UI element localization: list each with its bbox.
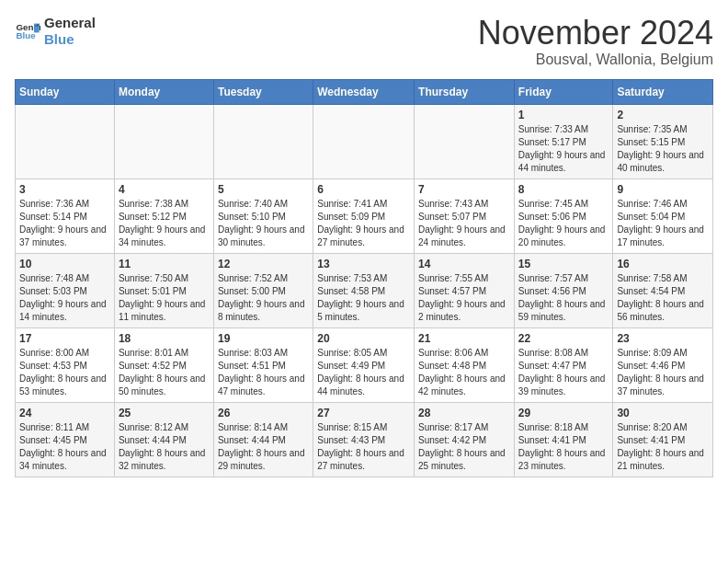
day-info: Sunrise: 7:33 AM Sunset: 5:17 PM Dayligh… xyxy=(518,123,609,175)
day-cell xyxy=(213,104,313,178)
day-number: 26 xyxy=(218,407,309,419)
day-number: 7 xyxy=(418,183,510,196)
location-title: Bousval, Wallonia, Belgium xyxy=(478,52,713,68)
header-wednesday: Wednesday xyxy=(313,79,415,104)
day-cell: 12Sunrise: 7:52 AM Sunset: 5:00 PM Dayli… xyxy=(213,253,313,327)
day-cell: 1Sunrise: 7:33 AM Sunset: 5:17 PM Daylig… xyxy=(514,104,613,178)
header-monday: Monday xyxy=(114,79,213,104)
day-info: Sunrise: 8:08 AM Sunset: 4:47 PM Dayligh… xyxy=(518,347,609,398)
day-info: Sunrise: 7:53 AM Sunset: 4:58 PM Dayligh… xyxy=(317,272,410,324)
day-number: 1 xyxy=(518,109,609,121)
day-cell: 13Sunrise: 7:53 AM Sunset: 4:58 PM Dayli… xyxy=(313,253,415,327)
header-sunday: Sunday xyxy=(16,79,115,104)
day-cell xyxy=(415,104,515,178)
header-saturday: Saturday xyxy=(613,79,713,104)
day-info: Sunrise: 7:40 AM Sunset: 5:10 PM Dayligh… xyxy=(218,198,309,249)
header-friday: Friday xyxy=(514,79,613,104)
day-number: 28 xyxy=(418,407,510,419)
day-cell xyxy=(114,104,213,178)
day-number: 19 xyxy=(218,332,309,345)
day-info: Sunrise: 8:18 AM Sunset: 4:41 PM Dayligh… xyxy=(518,421,609,473)
day-cell: 25Sunrise: 8:12 AM Sunset: 4:44 PM Dayli… xyxy=(114,402,213,477)
day-info: Sunrise: 7:48 AM Sunset: 5:03 PM Dayligh… xyxy=(19,272,110,324)
day-info: Sunrise: 8:09 AM Sunset: 4:46 PM Dayligh… xyxy=(617,347,709,398)
day-info: Sunrise: 7:46 AM Sunset: 5:04 PM Dayligh… xyxy=(617,198,709,249)
day-cell: 19Sunrise: 8:03 AM Sunset: 4:51 PM Dayli… xyxy=(213,327,313,402)
day-cell: 15Sunrise: 7:57 AM Sunset: 4:56 PM Dayli… xyxy=(514,253,613,327)
day-cell: 2Sunrise: 7:35 AM Sunset: 5:15 PM Daylig… xyxy=(613,104,713,178)
day-number: 2 xyxy=(617,109,709,121)
day-cell: 14Sunrise: 7:55 AM Sunset: 4:57 PM Dayli… xyxy=(415,253,515,327)
day-cell: 29Sunrise: 8:18 AM Sunset: 4:41 PM Dayli… xyxy=(514,402,613,477)
logo-icon: General Blue xyxy=(15,18,40,44)
day-number: 3 xyxy=(19,183,110,196)
day-number: 12 xyxy=(218,258,309,270)
calendar-header-row: SundayMondayTuesdayWednesdayThursdayFrid… xyxy=(16,79,713,104)
week-row-2: 10Sunrise: 7:48 AM Sunset: 5:03 PM Dayli… xyxy=(16,253,713,327)
day-info: Sunrise: 8:00 AM Sunset: 4:53 PM Dayligh… xyxy=(19,347,110,398)
day-info: Sunrise: 7:58 AM Sunset: 4:54 PM Dayligh… xyxy=(617,272,709,324)
day-info: Sunrise: 8:06 AM Sunset: 4:48 PM Dayligh… xyxy=(418,347,510,398)
day-cell: 7Sunrise: 7:43 AM Sunset: 5:07 PM Daylig… xyxy=(415,178,515,253)
week-row-3: 17Sunrise: 8:00 AM Sunset: 4:53 PM Dayli… xyxy=(16,327,713,402)
day-cell: 21Sunrise: 8:06 AM Sunset: 4:48 PM Dayli… xyxy=(415,327,515,402)
day-number: 20 xyxy=(317,332,410,345)
day-info: Sunrise: 7:41 AM Sunset: 5:09 PM Dayligh… xyxy=(317,198,410,249)
day-number: 21 xyxy=(418,332,510,345)
day-cell xyxy=(313,104,415,178)
day-number: 10 xyxy=(19,258,110,270)
logo: General Blue General Blue xyxy=(15,15,96,48)
day-number: 14 xyxy=(418,258,510,270)
header-tuesday: Tuesday xyxy=(213,79,313,104)
day-info: Sunrise: 7:36 AM Sunset: 5:14 PM Dayligh… xyxy=(19,198,110,249)
day-info: Sunrise: 8:01 AM Sunset: 4:52 PM Dayligh… xyxy=(119,347,210,398)
day-number: 24 xyxy=(19,407,110,419)
day-info: Sunrise: 8:20 AM Sunset: 4:41 PM Dayligh… xyxy=(617,421,709,473)
title-block: November 2024 Bousval, Wallonia, Belgium xyxy=(478,15,713,68)
calendar-table: SundayMondayTuesdayWednesdayThursdayFrid… xyxy=(15,79,713,477)
day-number: 11 xyxy=(119,258,210,270)
day-cell: 3Sunrise: 7:36 AM Sunset: 5:14 PM Daylig… xyxy=(16,178,115,253)
day-info: Sunrise: 7:55 AM Sunset: 4:57 PM Dayligh… xyxy=(418,272,510,324)
day-cell: 16Sunrise: 7:58 AM Sunset: 4:54 PM Dayli… xyxy=(613,253,713,327)
day-number: 6 xyxy=(317,183,410,196)
day-cell: 20Sunrise: 8:05 AM Sunset: 4:49 PM Dayli… xyxy=(313,327,415,402)
day-number: 16 xyxy=(617,258,709,270)
day-cell: 11Sunrise: 7:50 AM Sunset: 5:01 PM Dayli… xyxy=(114,253,213,327)
header-thursday: Thursday xyxy=(415,79,515,104)
day-info: Sunrise: 7:43 AM Sunset: 5:07 PM Dayligh… xyxy=(418,198,510,249)
svg-text:Blue: Blue xyxy=(16,30,36,40)
day-number: 27 xyxy=(317,407,410,419)
day-number: 15 xyxy=(518,258,609,270)
day-cell: 17Sunrise: 8:00 AM Sunset: 4:53 PM Dayli… xyxy=(16,327,115,402)
day-info: Sunrise: 7:35 AM Sunset: 5:15 PM Dayligh… xyxy=(617,123,709,175)
day-cell: 24Sunrise: 8:11 AM Sunset: 4:45 PM Dayli… xyxy=(16,402,115,477)
day-cell: 4Sunrise: 7:38 AM Sunset: 5:12 PM Daylig… xyxy=(114,178,213,253)
day-number: 8 xyxy=(518,183,609,196)
day-info: Sunrise: 8:11 AM Sunset: 4:45 PM Dayligh… xyxy=(19,421,110,473)
day-info: Sunrise: 8:12 AM Sunset: 4:44 PM Dayligh… xyxy=(119,421,210,473)
day-cell: 30Sunrise: 8:20 AM Sunset: 4:41 PM Dayli… xyxy=(613,402,713,477)
day-number: 13 xyxy=(317,258,410,270)
day-info: Sunrise: 8:05 AM Sunset: 4:49 PM Dayligh… xyxy=(317,347,410,398)
header: General Blue General Blue November 2024 … xyxy=(15,15,713,68)
day-info: Sunrise: 7:57 AM Sunset: 4:56 PM Dayligh… xyxy=(518,272,609,324)
day-info: Sunrise: 8:03 AM Sunset: 4:51 PM Dayligh… xyxy=(218,347,309,398)
day-info: Sunrise: 8:17 AM Sunset: 4:42 PM Dayligh… xyxy=(418,421,510,473)
day-cell: 22Sunrise: 8:08 AM Sunset: 4:47 PM Dayli… xyxy=(514,327,613,402)
week-row-1: 3Sunrise: 7:36 AM Sunset: 5:14 PM Daylig… xyxy=(16,178,713,253)
day-number: 30 xyxy=(617,407,709,419)
day-info: Sunrise: 8:15 AM Sunset: 4:43 PM Dayligh… xyxy=(317,421,410,473)
day-number: 29 xyxy=(518,407,609,419)
day-cell: 6Sunrise: 7:41 AM Sunset: 5:09 PM Daylig… xyxy=(313,178,415,253)
day-number: 25 xyxy=(119,407,210,419)
day-info: Sunrise: 7:52 AM Sunset: 5:00 PM Dayligh… xyxy=(218,272,309,324)
day-number: 18 xyxy=(119,332,210,345)
day-number: 5 xyxy=(218,183,309,196)
day-cell: 8Sunrise: 7:45 AM Sunset: 5:06 PM Daylig… xyxy=(514,178,613,253)
day-cell: 5Sunrise: 7:40 AM Sunset: 5:10 PM Daylig… xyxy=(213,178,313,253)
day-info: Sunrise: 8:14 AM Sunset: 4:44 PM Dayligh… xyxy=(218,421,309,473)
day-number: 17 xyxy=(19,332,110,345)
day-info: Sunrise: 7:45 AM Sunset: 5:06 PM Dayligh… xyxy=(518,198,609,249)
week-row-0: 1Sunrise: 7:33 AM Sunset: 5:17 PM Daylig… xyxy=(16,104,713,178)
